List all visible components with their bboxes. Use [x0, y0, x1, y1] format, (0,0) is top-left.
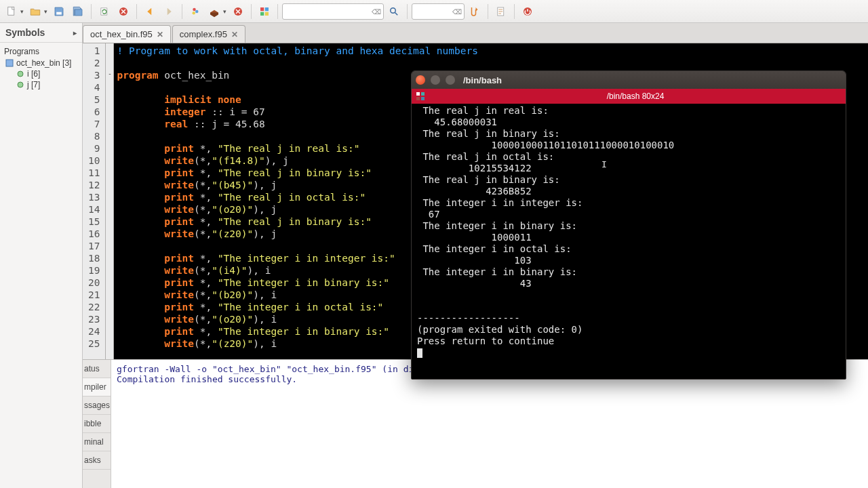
svg-point-16: [18, 82, 23, 87]
bottom-tab[interactable]: mpiler: [83, 378, 111, 396]
terminal-tab-label: /bin/bash 80x24: [429, 92, 842, 101]
clear-goto-icon[interactable]: ⌫: [452, 7, 462, 15]
build-button[interactable]: [205, 3, 223, 20]
nav-back-button[interactable]: [141, 3, 159, 20]
svg-rect-1: [56, 12, 62, 14]
goto-field-wrap: ⌫: [412, 3, 465, 20]
window-minimize-button[interactable]: [431, 75, 440, 85]
fold-column[interactable]: -: [106, 43, 114, 359]
nav-forward-button[interactable]: [160, 3, 178, 20]
sidebar-section-programs[interactable]: Programs: [4, 45, 78, 58]
svg-rect-0: [8, 7, 14, 15]
svg-rect-7: [260, 7, 264, 11]
bottom-tab[interactable]: minal: [83, 433, 111, 451]
window-close-button[interactable]: [416, 75, 425, 85]
terminal-titlebar[interactable]: /bin/bash: [412, 71, 846, 89]
svg-point-5: [193, 12, 196, 15]
save-all-button[interactable]: [69, 3, 87, 20]
color-chooser-button[interactable]: [256, 3, 273, 20]
svg-rect-10: [265, 12, 269, 15]
goto-button[interactable]: [466, 3, 484, 20]
variable-icon: [16, 81, 24, 89]
symbol-variable-j[interactable]: j [7]: [5, 79, 78, 90]
svg-rect-8: [265, 7, 269, 11]
run-button[interactable]: [229, 3, 247, 20]
svg-rect-9: [260, 12, 264, 15]
search-input[interactable]: [282, 3, 384, 20]
terminal-output[interactable]: The real j in real is: 45.68000031 The r…: [412, 104, 846, 360]
svg-rect-19: [416, 97, 420, 100]
reload-button[interactable]: [96, 3, 113, 20]
bottom-tab[interactable]: ssages: [83, 396, 111, 415]
terminal-title: /bin/bash: [463, 75, 502, 85]
bottom-tab[interactable]: atus: [83, 360, 111, 378]
svg-rect-14: [6, 60, 13, 66]
svg-point-11: [391, 7, 396, 13]
tab-complex[interactable]: complex.f95 ✕: [172, 25, 245, 43]
window-maximize-button[interactable]: [446, 75, 455, 85]
open-file-button[interactable]: [26, 3, 44, 20]
symbols-sidebar: Symbols ▸ Programs oct_hex_bin [3] i [6]…: [0, 23, 83, 488]
terminal-tab-bar: /bin/bash 80x24: [412, 89, 846, 104]
program-icon: [5, 59, 14, 67]
text-cursor-icon: I: [601, 159, 607, 169]
svg-rect-18: [421, 92, 425, 96]
close-tab-icon[interactable]: ✕: [231, 30, 238, 39]
new-file-dropdown[interactable]: ▾: [20, 8, 24, 15]
bottom-tab[interactable]: asks: [83, 451, 111, 470]
new-file-button[interactable]: [3, 3, 20, 20]
variable-icon: [16, 70, 24, 78]
symbol-program[interactable]: oct_hex_bin [3]: [5, 58, 78, 68]
compile-button[interactable]: [186, 3, 204, 20]
quit-button[interactable]: [519, 3, 536, 20]
build-dropdown[interactable]: ▾: [223, 8, 226, 15]
main-toolbar: ▾ ▾ ▾ ⌫ ⌫: [0, 0, 868, 23]
search-field-wrap: ⌫: [282, 3, 384, 20]
editor-tabs: oct_hex_bin.f95 ✕ complex.f95 ✕: [83, 23, 868, 43]
terminal-window[interactable]: /bin/bash /bin/bash 80x24 The real j in …: [411, 70, 846, 380]
svg-point-15: [18, 71, 23, 77]
sidebar-collapse-icon[interactable]: ▸: [73, 29, 77, 37]
close-tab-icon[interactable]: ✕: [157, 30, 163, 39]
svg-point-3: [193, 7, 196, 11]
bottom-tab[interactable]: ibble: [83, 415, 111, 433]
search-button[interactable]: [385, 3, 403, 20]
save-button[interactable]: [50, 3, 68, 20]
svg-rect-17: [416, 92, 420, 96]
tab-oct-hex-bin[interactable]: oct_hex_bin.f95 ✕: [83, 25, 171, 43]
sidebar-header[interactable]: Symbols ▸: [0, 23, 82, 43]
close-file-button[interactable]: [115, 3, 132, 20]
sidebar-title: Symbols: [5, 27, 45, 38]
bottom-tab-list: atusmpilerssagesibbleminalasks: [83, 360, 111, 488]
terminal-tab-icon: [416, 92, 425, 101]
preferences-button[interactable]: [492, 3, 510, 20]
svg-point-4: [195, 9, 199, 13]
open-recent-dropdown[interactable]: ▾: [44, 8, 47, 15]
line-number-gutter: 1234567891011121314151617181920212223242…: [83, 43, 106, 359]
svg-rect-20: [421, 97, 425, 100]
clear-search-icon[interactable]: ⌫: [372, 7, 381, 15]
symbol-variable-i[interactable]: i [6]: [5, 68, 78, 79]
